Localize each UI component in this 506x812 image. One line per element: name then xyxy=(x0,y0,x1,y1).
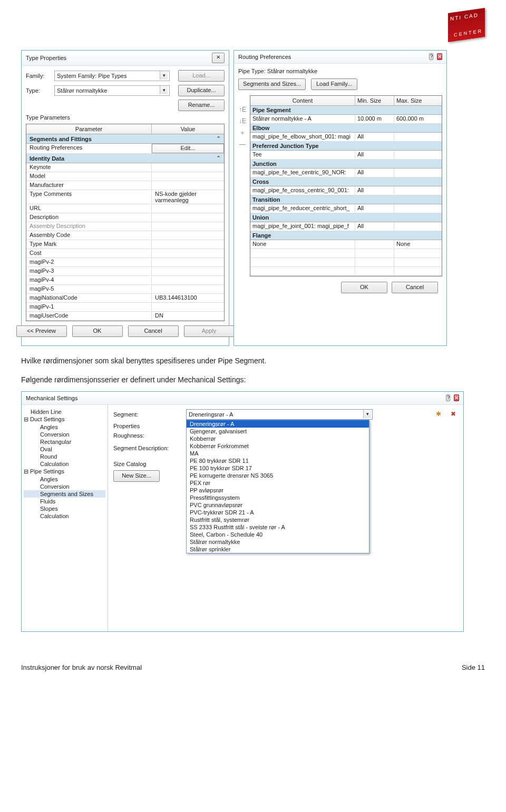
size-usedsizing[interactable] xyxy=(279,577,304,587)
param-row[interactable]: Cost xyxy=(26,249,224,258)
param-value[interactable] xyxy=(152,172,224,181)
segment-option[interactable]: Kobberrør xyxy=(187,435,369,442)
collapse-icon[interactable]: ⌃ xyxy=(216,135,221,142)
segment-option[interactable]: Steel, Carbon - Schedule 40 xyxy=(187,531,369,538)
add-icon[interactable]: ＋ xyxy=(238,129,247,137)
param-value[interactable] xyxy=(152,276,224,284)
param-row[interactable]: magiUserCodeDN xyxy=(26,312,224,321)
param-value[interactable]: NS-kode gjelder varmeanlegg xyxy=(152,190,224,204)
tree-node[interactable]: Hidden Line xyxy=(24,408,105,415)
segment-option[interactable]: PVC grunnavløpsrør xyxy=(187,501,369,509)
close-icon[interactable]: ✕ xyxy=(212,53,225,63)
param-row[interactable]: magiPv-3 xyxy=(26,267,224,276)
param-row[interactable]: Assembly Description xyxy=(26,222,224,231)
segment-option[interactable]: PE 80 trykkrør SDR 11 xyxy=(187,457,369,464)
remove-icon[interactable]: — xyxy=(238,141,247,149)
param-row[interactable]: Assembly Code xyxy=(26,231,224,240)
segment-option[interactable]: PEX rør xyxy=(187,479,369,487)
param-value[interactable] xyxy=(152,267,224,275)
param-row[interactable]: Type Mark xyxy=(26,240,224,249)
rp-row[interactable]: magi_pipe_fe_elbow_short_001: magiAll xyxy=(250,133,442,142)
size-row[interactable]: 290.000 m250.000 mm290.000 mm xyxy=(114,566,458,577)
tree-node[interactable]: Segments and Sizes xyxy=(24,490,105,498)
param-value[interactable] xyxy=(152,181,224,190)
collapse-icon[interactable]: ⌃ xyxy=(216,155,221,162)
param-row[interactable]: magiNationalCodeUB3.144613100 xyxy=(26,294,224,303)
tree-node[interactable]: Round xyxy=(24,453,105,460)
tree-node[interactable]: Calculation xyxy=(24,460,105,468)
segment-option[interactable]: SS 2333 Rustfritt stål - sveiste rør - A xyxy=(187,523,369,531)
load-family-button[interactable]: Load Family... xyxy=(311,78,357,90)
move-up-icon[interactable]: ↑E xyxy=(238,106,247,114)
rp-row[interactable]: magi_pipe_fe_joint_001: magi_pipe_fAll xyxy=(250,222,442,231)
preview-button[interactable]: << Preview xyxy=(16,325,67,337)
expand-icon[interactable]: ⊟ xyxy=(24,416,28,422)
segment-option[interactable]: Rustfritt stål, systemrør xyxy=(187,516,369,523)
tree-node[interactable]: Fluids xyxy=(24,498,105,505)
param-row[interactable]: magiPv-5 xyxy=(26,285,224,294)
tree-node[interactable]: Rectangular xyxy=(24,438,105,445)
settings-tree[interactable]: Hidden Line⊟ Duct SettingsAnglesConversi… xyxy=(22,405,108,631)
param-value[interactable]: DN xyxy=(152,312,224,320)
help-icon[interactable]: ? xyxy=(446,394,450,401)
rp-row[interactable]: NoneNone xyxy=(250,240,442,249)
segment-option[interactable]: PVC-trykkrør SDR 21 - A xyxy=(187,509,369,516)
segments-and-sizes-button[interactable]: Segments and Sizes... xyxy=(238,78,306,90)
param-row[interactable]: URL xyxy=(26,204,224,213)
checkbox-icon[interactable] xyxy=(288,556,295,563)
size-row[interactable]: 481.000 m400.000 mm481.000 mm xyxy=(114,588,458,599)
param-row[interactable]: magiPv-1 xyxy=(26,303,224,312)
rp-row[interactable]: Stålrør normaltykke - A10.000 m600.000 m xyxy=(250,115,442,124)
size-usedsizing[interactable] xyxy=(279,588,304,598)
rp-row[interactable]: magi_pipe_fe_reducer_centric_short_All xyxy=(250,204,442,213)
segment-dropdown-list[interactable]: Dreneringsrør - AGjengerør, galvanisertK… xyxy=(186,420,369,553)
move-down-icon[interactable]: ↓E xyxy=(238,117,247,126)
rp-row[interactable]: magi_pipe_fe_tee_centric_90_NOR:All xyxy=(250,169,442,177)
tree-node[interactable]: Angles xyxy=(24,476,105,483)
new-segment-icon[interactable]: ✱ xyxy=(434,410,443,420)
size-usedlist[interactable] xyxy=(255,566,279,576)
segment-option[interactable]: PP avløpsrør xyxy=(187,487,369,494)
segment-option[interactable]: Kobberrør Forkrommet xyxy=(187,442,369,450)
close-icon[interactable]: ✕ xyxy=(454,394,459,401)
new-size-button[interactable]: New Size... xyxy=(113,470,160,482)
param-value[interactable] xyxy=(152,303,224,311)
checkbox-icon[interactable] xyxy=(263,578,270,585)
tree-node[interactable]: Oval xyxy=(24,445,105,453)
param-value[interactable] xyxy=(152,213,224,222)
segment-option[interactable]: Pressfittingssystem xyxy=(187,494,369,501)
segment-option[interactable]: Gjengerør, galvanisert xyxy=(187,428,369,435)
size-row[interactable]: 234.000 m200.000 mm234.000 mm xyxy=(114,554,458,566)
family-combo[interactable]: System Family: Pipe Types xyxy=(54,71,170,81)
cancel-button[interactable]: Cancel xyxy=(392,282,438,293)
checkbox-icon[interactable] xyxy=(288,578,295,585)
tree-node[interactable]: Conversion xyxy=(24,483,105,490)
rename-button[interactable]: Rename... xyxy=(178,100,225,111)
tree-node[interactable]: Angles xyxy=(24,423,105,431)
cancel-button[interactable]: Cancel xyxy=(128,325,179,337)
duplicate-button[interactable]: Duplicate... xyxy=(178,85,225,96)
checkbox-icon[interactable] xyxy=(288,589,295,596)
param-row[interactable]: Type CommentsNS-kode gjelder varmeanlegg xyxy=(26,190,224,204)
tree-node[interactable]: Calculation xyxy=(24,512,105,520)
param-value[interactable] xyxy=(152,204,224,213)
size-usedlist[interactable] xyxy=(255,588,279,598)
segment-option[interactable]: MA xyxy=(187,450,369,457)
param-row[interactable]: Keynote xyxy=(26,163,224,172)
tree-node[interactable]: ⊟ Duct Settings xyxy=(24,415,105,423)
segment-option[interactable]: Stålrør sprinkler xyxy=(187,546,369,553)
size-usedsizing[interactable] xyxy=(279,566,304,576)
ok-button[interactable]: OK xyxy=(341,282,387,293)
tree-node[interactable]: Slopes xyxy=(24,505,105,512)
tree-node[interactable]: Conversion xyxy=(24,431,105,438)
param-value[interactable] xyxy=(152,222,224,231)
rp-row[interactable]: magi_pipe_fe_cross_centric_90_001:All xyxy=(250,186,442,195)
param-row[interactable]: Manufacturer xyxy=(26,181,224,190)
edit-button[interactable]: Edit... xyxy=(152,144,224,153)
param-row[interactable]: Description xyxy=(26,213,224,222)
checkbox-icon[interactable] xyxy=(263,589,270,596)
help-icon[interactable]: ? xyxy=(429,53,433,60)
param-value[interactable] xyxy=(152,231,224,240)
expand-icon[interactable]: ⊟ xyxy=(24,468,28,474)
param-value[interactable] xyxy=(152,258,224,266)
